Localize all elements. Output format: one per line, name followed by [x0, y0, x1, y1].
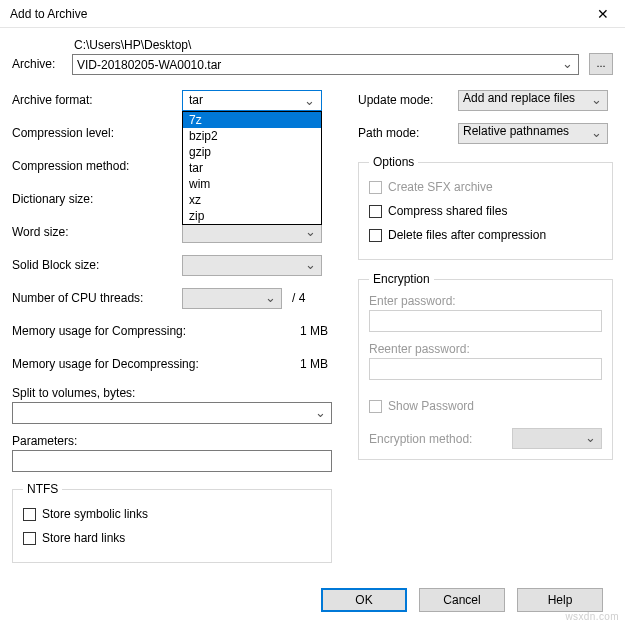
- archive-format-value: tar: [189, 93, 203, 107]
- watermark: wsxdn.com: [565, 611, 619, 622]
- split-volumes-input[interactable]: [12, 402, 332, 424]
- store-symlinks-label: Store symbolic links: [42, 507, 148, 521]
- window-title: Add to Archive: [10, 7, 87, 21]
- word-size-select[interactable]: [182, 222, 322, 243]
- dictionary-size-label: Dictionary size:: [12, 192, 182, 206]
- mem-compress-value: 1 MB: [262, 324, 332, 338]
- split-volumes-label: Split to volumes, bytes:: [12, 386, 332, 400]
- format-option-wim[interactable]: wim: [183, 176, 321, 192]
- footer-buttons: OK Cancel Help: [0, 588, 625, 612]
- format-option-tar[interactable]: tar: [183, 160, 321, 176]
- delete-after-label: Delete files after compression: [388, 228, 546, 242]
- cpu-threads-label: Number of CPU threads:: [12, 291, 182, 305]
- solid-block-select[interactable]: [182, 255, 322, 276]
- mem-compress-label: Memory usage for Compressing:: [12, 324, 262, 338]
- close-icon: ✕: [597, 6, 609, 22]
- word-size-label: Word size:: [12, 225, 182, 239]
- store-symlinks-checkbox[interactable]: [23, 508, 36, 521]
- cpu-threads-total: / 4: [292, 291, 305, 305]
- store-hardlinks-label: Store hard links: [42, 531, 125, 545]
- archive-format-dropdown: 7zbzip2gziptarwimxzzip: [182, 111, 322, 225]
- format-option-bzip2[interactable]: bzip2: [183, 128, 321, 144]
- format-option-7z[interactable]: 7z: [183, 112, 321, 128]
- cancel-button[interactable]: Cancel: [419, 588, 505, 612]
- mem-decompress-value: 1 MB: [262, 357, 332, 371]
- show-password-label: Show Password: [388, 399, 474, 413]
- options-group: Options Create SFX archive Compress shar…: [358, 155, 613, 260]
- ntfs-legend: NTFS: [23, 482, 62, 496]
- compression-level-label: Compression level:: [12, 126, 182, 140]
- solid-block-label: Solid Block size:: [12, 258, 182, 272]
- compress-shared-label: Compress shared files: [388, 204, 507, 218]
- path-mode-label: Path mode:: [358, 126, 458, 140]
- archive-label: Archive:: [12, 57, 72, 75]
- options-legend: Options: [369, 155, 418, 169]
- archive-filename-input[interactable]: [72, 54, 579, 75]
- reenter-password-label: Reenter password:: [369, 342, 602, 356]
- archive-format-label: Archive format:: [12, 93, 182, 107]
- encryption-method-select: [512, 428, 602, 449]
- store-hardlinks-checkbox[interactable]: [23, 532, 36, 545]
- compress-shared-checkbox[interactable]: [369, 205, 382, 218]
- parameters-input[interactable]: [12, 450, 332, 472]
- encryption-method-label: Encryption method:: [369, 432, 512, 446]
- enter-password-input[interactable]: [369, 310, 602, 332]
- format-option-zip[interactable]: zip: [183, 208, 321, 224]
- update-mode-label: Update mode:: [358, 93, 458, 107]
- delete-after-checkbox[interactable]: [369, 229, 382, 242]
- path-mode-select[interactable]: Relative pathnames: [458, 123, 608, 144]
- update-mode-select[interactable]: Add and replace files: [458, 90, 608, 111]
- help-button[interactable]: Help: [517, 588, 603, 612]
- encryption-group: Encryption Enter password: Reenter passw…: [358, 272, 613, 460]
- parameters-label: Parameters:: [12, 434, 332, 448]
- enter-password-label: Enter password:: [369, 294, 602, 308]
- close-button[interactable]: ✕: [580, 0, 625, 28]
- titlebar: Add to Archive ✕: [0, 0, 625, 28]
- archive-path: C:\Users\HP\Desktop\: [72, 38, 579, 52]
- browse-button[interactable]: ...: [589, 53, 613, 75]
- reenter-password-input[interactable]: [369, 358, 602, 380]
- format-option-xz[interactable]: xz: [183, 192, 321, 208]
- compression-method-label: Compression method:: [12, 159, 182, 173]
- mem-decompress-label: Memory usage for Decompressing:: [12, 357, 262, 371]
- encryption-legend: Encryption: [369, 272, 434, 286]
- ok-button[interactable]: OK: [321, 588, 407, 612]
- show-password-checkbox[interactable]: [369, 400, 382, 413]
- create-sfx-checkbox: [369, 181, 382, 194]
- create-sfx-label: Create SFX archive: [388, 180, 493, 194]
- ntfs-group: NTFS Store symbolic links Store hard lin…: [12, 482, 332, 563]
- cpu-threads-select[interactable]: [182, 288, 282, 309]
- format-option-gzip[interactable]: gzip: [183, 144, 321, 160]
- archive-format-select[interactable]: tar: [182, 90, 322, 111]
